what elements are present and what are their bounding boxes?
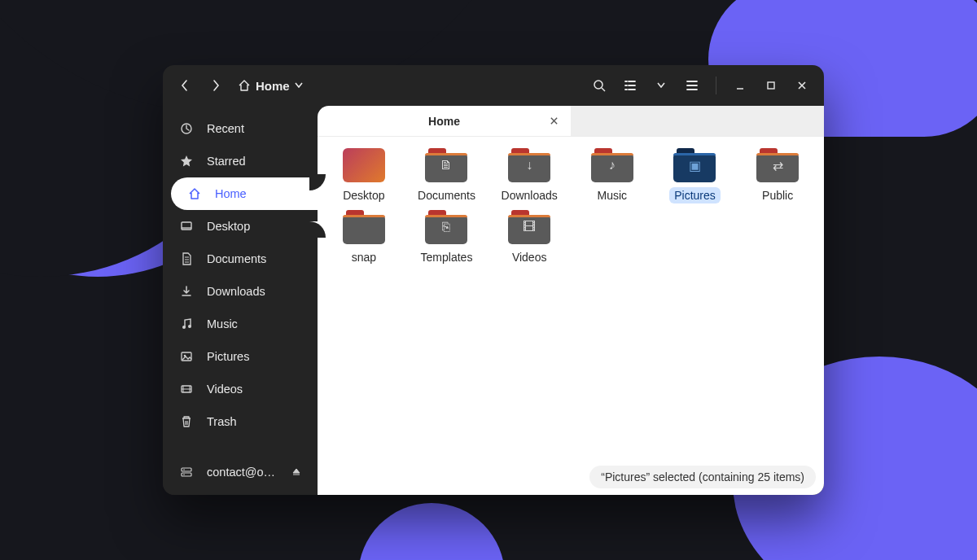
decorative-notch [309,174,326,190]
download-icon [179,285,194,298]
folder-label: Downloads [497,187,563,203]
status-bar: “Pictures” selected (containing 25 items… [589,466,816,488]
folder-label: Music [593,187,633,203]
folder-item[interactable]: ♪Music [572,148,653,203]
folder-item[interactable]: 🎞Videos [488,210,570,265]
separator [716,77,716,94]
desktop-icon [343,148,385,182]
folder-icon: ↓ [508,148,550,182]
folder-label: Videos [507,249,552,265]
eject-button[interactable] [291,467,301,477]
svg-rect-1 [768,82,774,89]
document-icon [179,252,194,265]
icon-grid[interactable]: Desktop🗎Documents↓Downloads♪Music▣Pictur… [318,137,824,495]
sidebar-item-home[interactable]: Home [171,177,318,210]
sidebar-item-label: Desktop [207,220,250,233]
clock-icon [179,122,194,135]
sidebar-item-pictures[interactable]: Pictures [163,340,318,373]
hamburger-menu-button[interactable] [678,72,706,99]
breadcrumb[interactable]: Home [238,79,303,93]
sidebar-item-desktop[interactable]: Desktop [163,210,318,243]
svg-rect-9 [182,468,191,471]
nav-forward-button[interactable] [202,72,230,99]
decorative-notch [309,221,326,238]
sidebar-item-label: Starred [207,155,246,168]
window-minimize-button[interactable] [726,72,754,99]
sidebar-item-recent[interactable]: Recent [163,112,318,145]
picture-icon [179,350,194,363]
music-icon [179,317,194,330]
folder-item[interactable]: snap [323,210,405,265]
bg-blob [358,503,505,560]
search-button[interactable] [585,72,613,99]
nav-back-button[interactable] [171,72,199,99]
folder-label: Documents [413,187,480,203]
content-pane: Home Desktop🗎Documents↓Downloads♪Music▣P… [318,106,824,495]
svg-point-0 [594,81,602,89]
folder-label: Pictures [669,187,721,203]
desktop-icon [179,220,194,233]
home-icon [238,79,251,92]
tab-home[interactable]: Home [318,106,571,136]
sidebar-item-label: Recent [207,122,244,135]
status-text: “Pictures” selected (containing 25 items… [601,470,804,483]
tab-placeholder [571,106,824,136]
sidebar: RecentStarredHomeDesktopDocumentsDownloa… [163,106,318,495]
sidebar-item-starred[interactable]: Starred [163,145,318,177]
trash-icon [179,415,194,428]
sidebar-item-label: Downloads [207,285,265,298]
window-close-button[interactable] [788,72,816,99]
sidebar-item-mount[interactable]: contact@o… [163,456,318,488]
folder-label: Desktop [338,187,389,203]
sidebar-item-documents[interactable]: Documents [163,243,318,275]
view-list-button[interactable] [616,72,644,99]
folder-item[interactable]: ⇄Public [737,148,818,203]
sidebar-item-label: Pictures [207,350,249,363]
folder-icon: 🎞 [508,210,550,244]
tab-bar: Home [318,106,824,137]
sidebar-item-label: Home [215,187,247,200]
folder-icon [343,210,385,244]
svg-rect-10 [182,473,191,476]
folder-label: Templates [416,249,478,265]
folder-item[interactable]: 🗎Documents [405,148,487,203]
home-icon [187,187,202,200]
titlebar: Home [163,65,824,106]
folder-icon: 🗎 [425,148,467,182]
breadcrumb-label: Home [256,79,290,93]
sidebar-item-music[interactable]: Music [163,308,318,340]
sidebar-item-label: Music [207,317,238,330]
svg-point-11 [183,469,185,470]
folder-label: snap [347,249,381,265]
sidebar-item-trash[interactable]: Trash [163,405,318,438]
folder-item[interactable]: ▣Pictures [654,148,735,203]
video-icon [179,383,194,396]
view-options-button[interactable] [647,72,675,99]
folder-icon: ▣ [673,148,716,182]
folder-icon: ⎘ [425,210,467,244]
sidebar-item-label: Documents [207,252,266,265]
sidebar-item-videos[interactable]: Videos [163,373,318,405]
tab-close-button[interactable] [545,112,563,130]
sidebar-item-label: contact@o… [207,466,275,479]
svg-point-12 [183,474,185,475]
tab-label: Home [428,115,460,128]
folder-icon: ♪ [591,148,633,182]
sidebar-item-label: Trash [207,415,237,428]
chevron-down-icon [295,82,303,89]
server-icon [179,466,194,479]
file-manager-window: Home Pictures [163,65,824,495]
folder-item[interactable]: ⎘Templates [405,210,487,265]
sidebar-item-downloads[interactable]: Downloads [163,275,318,308]
folder-item[interactable]: ↓Downloads [488,148,570,203]
folder-icon: ⇄ [756,148,799,182]
star-icon [179,155,194,168]
folder-label: Public [757,187,798,203]
svg-point-4 [182,326,186,329]
folder-item[interactable]: Desktop [323,148,405,203]
window-maximize-button[interactable] [757,72,785,99]
sidebar-item-label: Videos [207,383,243,396]
svg-point-5 [188,325,191,328]
